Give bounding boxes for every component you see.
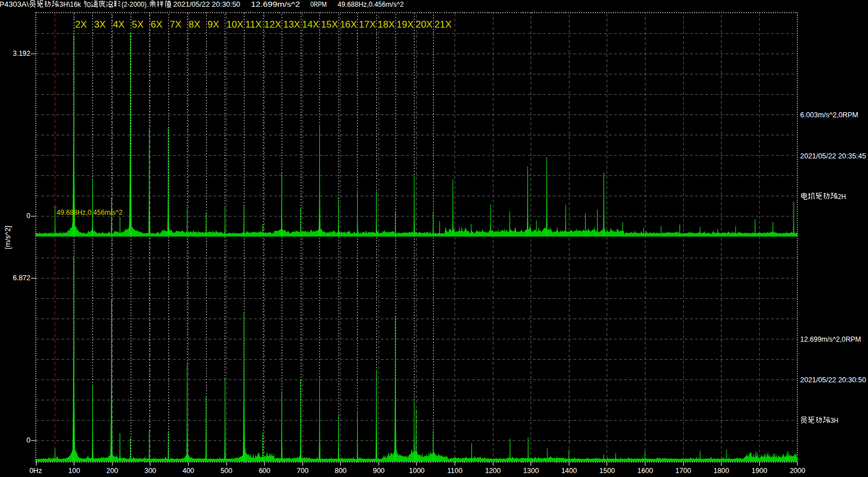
svg-text:17X: 17X xyxy=(359,19,376,30)
svg-text:5X: 5X xyxy=(132,19,144,30)
svg-text:0: 0 xyxy=(26,212,30,220)
svg-text:700: 700 xyxy=(297,467,309,475)
svg-text:3.192: 3.192 xyxy=(13,50,30,58)
svg-text:1400: 1400 xyxy=(561,467,577,475)
svg-text:1200: 1200 xyxy=(485,467,501,475)
svg-text:1000: 1000 xyxy=(409,467,425,475)
svg-text:0: 0 xyxy=(26,436,30,444)
svg-text:49.688Hz,0.456m/s^2: 49.688Hz,0.456m/s^2 xyxy=(338,1,404,8)
svg-text:9X: 9X xyxy=(207,19,219,30)
svg-text:14X: 14X xyxy=(302,19,319,30)
svg-text:0Hz: 0Hz xyxy=(29,467,42,475)
svg-text:12.699m/s^2,0RPM: 12.699m/s^2,0RPM xyxy=(800,335,861,343)
svg-text:1800: 1800 xyxy=(714,467,729,475)
svg-text:2H: 2H xyxy=(838,193,846,201)
svg-text:2X: 2X xyxy=(75,19,87,30)
svg-text:P4303A\: P4303A\ xyxy=(0,1,29,8)
svg-text:3X: 3X xyxy=(94,19,106,30)
svg-text:16X: 16X xyxy=(340,19,357,30)
svg-text:11X: 11X xyxy=(246,19,262,30)
svg-text:3H\16k: 3H\16k xyxy=(60,1,82,8)
svg-text:100: 100 xyxy=(68,467,80,475)
svg-text:8X: 8X xyxy=(189,19,201,30)
svg-text:1300: 1300 xyxy=(523,467,539,475)
svg-text:6.003m/s^2,0RPM: 6.003m/s^2,0RPM xyxy=(800,111,858,119)
svg-text:1900: 1900 xyxy=(751,467,767,475)
svg-text:12X: 12X xyxy=(264,19,281,30)
svg-text:6.872: 6.872 xyxy=(13,274,30,282)
svg-text:4X: 4X xyxy=(113,19,124,30)
svg-text:500: 500 xyxy=(221,467,233,475)
svg-text:1600: 1600 xyxy=(638,467,653,475)
svg-text:400: 400 xyxy=(182,467,194,475)
svg-text:1700: 1700 xyxy=(675,467,691,475)
svg-text:19X: 19X xyxy=(397,19,413,30)
svg-text:2021/05/22 20:35:45: 2021/05/22 20:35:45 xyxy=(800,152,866,160)
svg-text:200: 200 xyxy=(106,467,118,475)
svg-text:7X: 7X xyxy=(170,19,181,30)
svg-text:600: 600 xyxy=(259,467,270,475)
svg-text:300: 300 xyxy=(144,467,156,475)
svg-text:12.699m/s^2: 12.699m/s^2 xyxy=(251,1,300,8)
svg-text:1100: 1100 xyxy=(447,467,462,475)
svg-text:15X: 15X xyxy=(321,19,338,30)
svg-text:18X: 18X xyxy=(378,19,395,30)
svg-text:13X: 13X xyxy=(283,19,300,30)
svg-text:2021/05/22 20:30:50: 2021/05/22 20:30:50 xyxy=(800,376,866,384)
svg-text:[m/s^2]: [m/s^2] xyxy=(4,226,12,249)
svg-text:21X: 21X xyxy=(434,19,451,30)
svg-text:0RPM: 0RPM xyxy=(310,1,327,8)
svg-text:10X: 10X xyxy=(226,19,243,30)
svg-text:3H: 3H xyxy=(830,417,838,425)
svg-text:49.688Hz,0.456m/s^2: 49.688Hz,0.456m/s^2 xyxy=(57,209,123,217)
svg-text:2021/05/22 20:30:50: 2021/05/22 20:30:50 xyxy=(173,1,241,8)
svg-text:(2-2000).: (2-2000). xyxy=(122,1,149,8)
svg-text:2000: 2000 xyxy=(790,467,805,475)
svg-text:900: 900 xyxy=(373,467,385,475)
svg-text:800: 800 xyxy=(335,467,346,475)
svg-text:6X: 6X xyxy=(151,19,163,30)
svg-text:20X: 20X xyxy=(416,19,433,30)
svg-text:1500: 1500 xyxy=(599,467,615,475)
